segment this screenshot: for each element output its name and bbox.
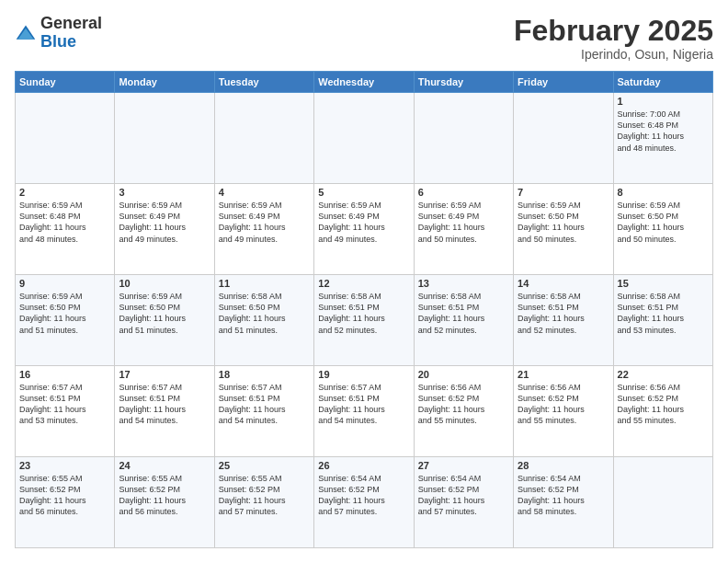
day-number: 6 [418, 187, 509, 198]
day-number: 11 [219, 278, 310, 289]
calendar-cell: 20Sunrise: 6:56 AM Sunset: 6:52 PM Dayli… [414, 366, 513, 457]
calendar-cell: 23Sunrise: 6:55 AM Sunset: 6:52 PM Dayli… [16, 457, 115, 548]
calendar-cell [414, 93, 513, 184]
calendar-cell [214, 93, 313, 184]
day-number: 24 [119, 460, 210, 471]
day-number: 17 [119, 369, 210, 380]
day-number: 25 [219, 460, 310, 471]
calendar-cell: 22Sunrise: 6:56 AM Sunset: 6:52 PM Dayli… [613, 366, 712, 457]
calendar-week-3: 16Sunrise: 6:57 AM Sunset: 6:51 PM Dayli… [16, 366, 713, 457]
calendar-title: February 2025 [514, 15, 713, 47]
day-number: 14 [518, 278, 609, 289]
day-info: Sunrise: 6:59 AM Sunset: 6:50 PM Dayligh… [618, 200, 709, 245]
calendar-cell: 18Sunrise: 6:57 AM Sunset: 6:51 PM Dayli… [214, 366, 313, 457]
col-header-saturday: Saturday [613, 72, 712, 93]
day-number: 18 [219, 369, 310, 380]
calendar-cell: 3Sunrise: 6:59 AM Sunset: 6:49 PM Daylig… [115, 184, 214, 275]
day-info: Sunrise: 6:58 AM Sunset: 6:51 PM Dayligh… [418, 291, 509, 336]
calendar-cell [613, 457, 712, 548]
calendar-table: SundayMondayTuesdayWednesdayThursdayFrid… [15, 71, 713, 548]
day-number: 3 [119, 187, 210, 198]
day-info: Sunrise: 6:54 AM Sunset: 6:52 PM Dayligh… [518, 473, 609, 518]
day-number: 20 [418, 369, 509, 380]
day-number: 27 [418, 460, 509, 471]
calendar-cell: 10Sunrise: 6:59 AM Sunset: 6:50 PM Dayli… [115, 275, 214, 366]
calendar-cell [314, 93, 414, 184]
calendar-cell: 4Sunrise: 6:59 AM Sunset: 6:49 PM Daylig… [214, 184, 313, 275]
day-info: Sunrise: 6:59 AM Sunset: 6:50 PM Dayligh… [19, 291, 110, 336]
day-number: 10 [119, 278, 210, 289]
calendar-cell: 7Sunrise: 6:59 AM Sunset: 6:50 PM Daylig… [514, 184, 613, 275]
calendar-week-2: 9Sunrise: 6:59 AM Sunset: 6:50 PM Daylig… [16, 275, 713, 366]
day-info: Sunrise: 7:00 AM Sunset: 6:48 PM Dayligh… [618, 109, 709, 154]
calendar-cell: 17Sunrise: 6:57 AM Sunset: 6:51 PM Dayli… [115, 366, 214, 457]
title-block: February 2025 Iperindo, Osun, Nigeria [514, 15, 713, 62]
calendar-cell [16, 93, 115, 184]
calendar-cell: 5Sunrise: 6:59 AM Sunset: 6:49 PM Daylig… [314, 184, 414, 275]
calendar-cell: 11Sunrise: 6:58 AM Sunset: 6:50 PM Dayli… [214, 275, 313, 366]
day-number: 1 [618, 96, 709, 107]
logo-general-text: General [40, 14, 102, 32]
calendar-cell: 26Sunrise: 6:54 AM Sunset: 6:52 PM Dayli… [314, 457, 414, 548]
day-number: 26 [318, 460, 409, 471]
day-info: Sunrise: 6:55 AM Sunset: 6:52 PM Dayligh… [19, 473, 110, 518]
day-number: 7 [518, 187, 609, 198]
calendar-week-4: 23Sunrise: 6:55 AM Sunset: 6:52 PM Dayli… [16, 457, 713, 548]
calendar-week-1: 2Sunrise: 6:59 AM Sunset: 6:48 PM Daylig… [16, 184, 713, 275]
day-info: Sunrise: 6:58 AM Sunset: 6:50 PM Dayligh… [219, 291, 310, 336]
day-number: 2 [19, 187, 110, 198]
day-info: Sunrise: 6:59 AM Sunset: 6:50 PM Dayligh… [518, 200, 609, 245]
calendar-cell: 16Sunrise: 6:57 AM Sunset: 6:51 PM Dayli… [16, 366, 115, 457]
logo-blue-text: Blue [40, 32, 76, 51]
day-info: Sunrise: 6:55 AM Sunset: 6:52 PM Dayligh… [219, 473, 310, 518]
day-info: Sunrise: 6:59 AM Sunset: 6:49 PM Dayligh… [119, 200, 210, 245]
day-number: 9 [19, 278, 110, 289]
col-header-thursday: Thursday [414, 72, 513, 93]
day-number: 28 [518, 460, 609, 471]
day-number: 5 [318, 187, 409, 198]
day-info: Sunrise: 6:59 AM Sunset: 6:49 PM Dayligh… [418, 200, 509, 245]
calendar-cell: 28Sunrise: 6:54 AM Sunset: 6:52 PM Dayli… [514, 457, 613, 548]
logo: General Blue [15, 15, 102, 52]
day-info: Sunrise: 6:57 AM Sunset: 6:51 PM Dayligh… [318, 382, 409, 427]
calendar-cell: 21Sunrise: 6:56 AM Sunset: 6:52 PM Dayli… [514, 366, 613, 457]
day-number: 22 [618, 369, 709, 380]
day-info: Sunrise: 6:59 AM Sunset: 6:49 PM Dayligh… [219, 200, 310, 245]
day-info: Sunrise: 6:56 AM Sunset: 6:52 PM Dayligh… [618, 382, 709, 427]
calendar-cell: 13Sunrise: 6:58 AM Sunset: 6:51 PM Dayli… [414, 275, 513, 366]
calendar-location: Iperindo, Osun, Nigeria [514, 47, 713, 62]
day-number: 4 [219, 187, 310, 198]
day-number: 8 [618, 187, 709, 198]
day-info: Sunrise: 6:59 AM Sunset: 6:49 PM Dayligh… [318, 200, 409, 245]
calendar-cell: 12Sunrise: 6:58 AM Sunset: 6:51 PM Dayli… [314, 275, 414, 366]
calendar-cell: 1Sunrise: 7:00 AM Sunset: 6:48 PM Daylig… [613, 93, 712, 184]
day-number: 23 [19, 460, 110, 471]
calendar-header-row: SundayMondayTuesdayWednesdayThursdayFrid… [16, 72, 713, 93]
day-info: Sunrise: 6:55 AM Sunset: 6:52 PM Dayligh… [119, 473, 210, 518]
col-header-monday: Monday [115, 72, 214, 93]
col-header-friday: Friday [514, 72, 613, 93]
day-info: Sunrise: 6:58 AM Sunset: 6:51 PM Dayligh… [618, 291, 709, 336]
day-info: Sunrise: 6:54 AM Sunset: 6:52 PM Dayligh… [418, 473, 509, 518]
calendar-week-0: 1Sunrise: 7:00 AM Sunset: 6:48 PM Daylig… [16, 93, 713, 184]
day-info: Sunrise: 6:57 AM Sunset: 6:51 PM Dayligh… [219, 382, 310, 427]
day-info: Sunrise: 6:58 AM Sunset: 6:51 PM Dayligh… [318, 291, 409, 336]
col-header-tuesday: Tuesday [214, 72, 313, 93]
day-info: Sunrise: 6:57 AM Sunset: 6:51 PM Dayligh… [19, 382, 110, 427]
day-number: 12 [318, 278, 409, 289]
calendar-cell: 8Sunrise: 6:59 AM Sunset: 6:50 PM Daylig… [613, 184, 712, 275]
calendar-cell: 27Sunrise: 6:54 AM Sunset: 6:52 PM Dayli… [414, 457, 513, 548]
calendar-cell [115, 93, 214, 184]
calendar-cell: 15Sunrise: 6:58 AM Sunset: 6:51 PM Dayli… [613, 275, 712, 366]
day-info: Sunrise: 6:57 AM Sunset: 6:51 PM Dayligh… [119, 382, 210, 427]
logo-icon [15, 22, 37, 44]
calendar-cell: 6Sunrise: 6:59 AM Sunset: 6:49 PM Daylig… [414, 184, 513, 275]
day-info: Sunrise: 6:54 AM Sunset: 6:52 PM Dayligh… [318, 473, 409, 518]
day-info: Sunrise: 6:59 AM Sunset: 6:48 PM Dayligh… [19, 200, 110, 245]
calendar-cell: 24Sunrise: 6:55 AM Sunset: 6:52 PM Dayli… [115, 457, 214, 548]
day-number: 13 [418, 278, 509, 289]
col-header-wednesday: Wednesday [314, 72, 414, 93]
day-info: Sunrise: 6:56 AM Sunset: 6:52 PM Dayligh… [518, 382, 609, 427]
calendar-cell [514, 93, 613, 184]
day-info: Sunrise: 6:58 AM Sunset: 6:51 PM Dayligh… [518, 291, 609, 336]
